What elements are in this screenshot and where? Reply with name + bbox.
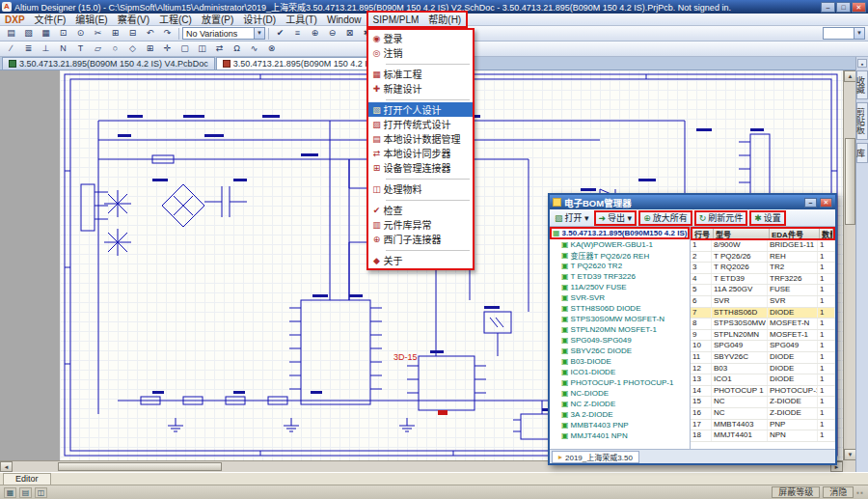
menu-item-sipm-plm[interactable]: SIPM/PLM	[368, 14, 424, 26]
toolbar-button-icon[interactable]: ▧	[20, 27, 37, 41]
table-row[interactable]: 7 STTH8S06D DIODE 1	[691, 308, 835, 319]
toolbar-button-icon[interactable]: T	[72, 42, 89, 56]
chevron-down-icon[interactable]: ▼	[854, 28, 864, 39]
bom-tree-item[interactable]: ▣ STPS30S0MW MOSFET-N	[550, 314, 690, 324]
dock-panel-icon[interactable]: ▦	[4, 487, 16, 498]
toolbar-button-icon[interactable]: ▤	[3, 27, 19, 41]
toolbar-button-icon[interactable]: ◇	[124, 42, 141, 56]
menu-option[interactable]: ◎ 注销	[368, 45, 473, 60]
toolbar-button-icon[interactable]: ≡	[289, 27, 306, 41]
horizontal-scroll-thumb[interactable]	[58, 462, 222, 471]
toolbar-button-icon[interactable]: ⊙	[72, 27, 89, 41]
table-row[interactable]: 13 ICO1 DIODE 1	[691, 374, 835, 386]
menu-option[interactable]: ⇄ 本地设计同步器	[368, 146, 473, 160]
menu-item[interactable]: 察看(V)	[113, 14, 154, 26]
bom-tree-item[interactable]: ▣ MMJT4401 NPN	[550, 430, 690, 441]
menu-option[interactable]: ◉ 登录	[368, 31, 473, 45]
toolbar-button-icon[interactable]: ⇄	[211, 42, 228, 56]
bom-close-button[interactable]: ✕	[820, 198, 832, 208]
bom-tree-item[interactable]: ▣ NC Z-DIODE	[550, 399, 690, 409]
bom-tree-root[interactable]: ▦ 3.50.4713.21.895(B090M150 4.2 IS) V4.1	[550, 227, 690, 239]
menu-option[interactable]: ⊕ 西门子连接器	[368, 232, 473, 246]
bom-column-header[interactable]: 数量	[820, 229, 833, 238]
bom-toolbar-button[interactable]: ▧ 打开 ▾	[552, 211, 592, 225]
toolbar-button-icon[interactable]: ✂	[90, 27, 106, 41]
menu-item[interactable]: 放置(P)	[197, 14, 238, 26]
bom-toolbar-button[interactable]: ➜ 导出 ▾	[594, 210, 637, 226]
bom-column-header[interactable]: 行号	[692, 229, 714, 238]
right-panel-tab[interactable]: 库	[856, 143, 868, 163]
bom-tree-item[interactable]: ▣ 3A 2-DIODE	[550, 409, 690, 420]
toolbar-button-icon[interactable]: ⊕	[307, 27, 323, 41]
bom-toolbar-button[interactable]: ✱ 设置	[749, 210, 786, 226]
toolbar-button-icon[interactable]: ○	[107, 42, 123, 56]
table-row[interactable]: 18 MMJT4401 NPN 1	[691, 430, 835, 442]
menu-item[interactable]: Window	[322, 14, 366, 26]
toolbar-button-icon[interactable]: ▦	[38, 27, 54, 41]
table-row[interactable]: 9 STPLN20MN MOSFET-1 1	[691, 330, 835, 342]
bom-minimize-button[interactable]: –	[804, 198, 817, 208]
bom-tree-item[interactable]: ▣ PHOTOCUP-1 PHOTOCUP-1	[550, 377, 690, 388]
toolbar-button-icon[interactable]: ✔	[272, 27, 288, 41]
bom-column-header[interactable]: 型号	[714, 229, 770, 238]
table-row[interactable]: 3 T RQ2026 TR2 1	[691, 263, 835, 274]
toolbar-button-icon[interactable]: ⊗	[263, 42, 280, 56]
minimize-button[interactable]: –	[821, 2, 835, 13]
dock-panel-icon[interactable]: ▤	[19, 487, 32, 498]
table-row[interactable]: 2 T PQ26/26 REH 1	[691, 252, 835, 263]
bom-tree-item[interactable]: ▣ 11A/250V FUSE	[550, 282, 690, 292]
bom-tree-item[interactable]: ▣ T ETD39 TRF3226	[550, 271, 690, 282]
right-panel-tab[interactable]: 剪贴板	[856, 102, 868, 140]
table-row[interactable]: 17 MMBT4403 PNP 1	[691, 420, 835, 431]
menu-item[interactable]: 工程(C)	[154, 14, 197, 26]
bom-tree-item[interactable]: ▣ ICO1-DIODE	[550, 367, 690, 377]
bom-tree-item[interactable]: ▣ NC-DIODE	[550, 388, 690, 399]
toolbar-button-icon[interactable]: ⊥	[38, 42, 54, 56]
panel-pin-icon[interactable]: ▪	[857, 59, 867, 68]
toolbar-button-icon[interactable]: ↶	[142, 27, 158, 41]
bom-tree-item[interactable]: ▣ KA(W)POWER-GBU1-1	[550, 239, 690, 250]
table-row[interactable]: 6 SVR SVR 1	[691, 296, 835, 308]
menu-option[interactable]: ◫ 处理物料	[368, 181, 473, 196]
menu-option[interactable]: ⊞ 设备管理连接器	[368, 160, 473, 175]
table-row[interactable]: 5 11A 250GV FUSE 1	[691, 285, 835, 296]
menu-option[interactable]: ▦ 标准工程	[368, 67, 473, 81]
menu-option[interactable]: ✚ 新建设计	[368, 81, 473, 96]
menu-item[interactable]: 文件(F)	[30, 14, 71, 26]
menu-option[interactable]: ✔ 检查	[368, 203, 473, 217]
toolbar-button-icon[interactable]: ⊞	[107, 27, 123, 41]
menu-option[interactable]	[386, 97, 470, 100]
close-button[interactable]: ✕	[852, 2, 866, 13]
menu-item-help[interactable]: 帮助(H)	[423, 14, 466, 26]
toolbar-button-icon[interactable]: Ω	[229, 42, 245, 56]
right-panel-tab[interactable]: 收藏	[856, 70, 868, 99]
table-row[interactable]: 8 STPS30S0MW MOSFET-N 1	[691, 319, 835, 330]
scroll-left-arrow-icon[interactable]: ◄	[0, 461, 13, 472]
toolbar-button-icon[interactable]: ∿	[246, 42, 262, 56]
menu-item[interactable]: 编辑(E)	[70, 14, 112, 26]
dock-panel-icon[interactable]: ◫	[35, 487, 47, 498]
bom-tree-item[interactable]: ▣ 变压器T PQ26/26 REH	[550, 250, 690, 261]
table-row[interactable]: 15 NC Z-DIODE 1	[691, 397, 835, 408]
bom-project-tab[interactable]: ▸ 2019_上海荣威3.50	[552, 451, 639, 463]
toolbar-button-icon[interactable]: N	[55, 42, 71, 56]
toolbar-button-icon[interactable]: ⊠	[341, 27, 358, 41]
toolbar-button-icon[interactable]: ≣	[20, 42, 37, 56]
bom-tree-item[interactable]: ▣ MMBT4403 PNP	[550, 420, 690, 430]
menu-item[interactable]: 工具(T)	[281, 14, 322, 26]
maximize-button[interactable]: □	[836, 2, 851, 13]
bom-tree-item[interactable]: ▣ STTH8S06D DIODE	[550, 303, 690, 314]
dock-button[interactable]: 屏蔽等级	[772, 486, 820, 498]
toolbar-button-icon[interactable]: ◫	[194, 42, 210, 56]
menu-item[interactable]: DXP	[0, 14, 30, 26]
bom-toolbar-button[interactable]: ↻ 刷新元件	[694, 210, 748, 226]
toolbar-button-icon[interactable]: ▱	[90, 42, 106, 56]
document-tab[interactable]: 3.50.4713.21.895(B090M 150 4.2 IS) V4.Pc…	[2, 57, 215, 69]
toolbar-button-icon[interactable]: ⊡	[55, 27, 71, 41]
bom-tree-item[interactable]: ▣ SVR-SVR	[550, 292, 690, 303]
bom-tree-item[interactable]: ▣ B03-DIODE	[550, 356, 690, 367]
table-row[interactable]: 12 B03 DIODE 1	[691, 364, 835, 375]
bom-tree-item[interactable]: ▣ T PQ2620 TR2	[550, 261, 690, 271]
editor-panel-tab[interactable]: Editor	[3, 473, 51, 485]
menu-option[interactable]	[386, 176, 470, 180]
